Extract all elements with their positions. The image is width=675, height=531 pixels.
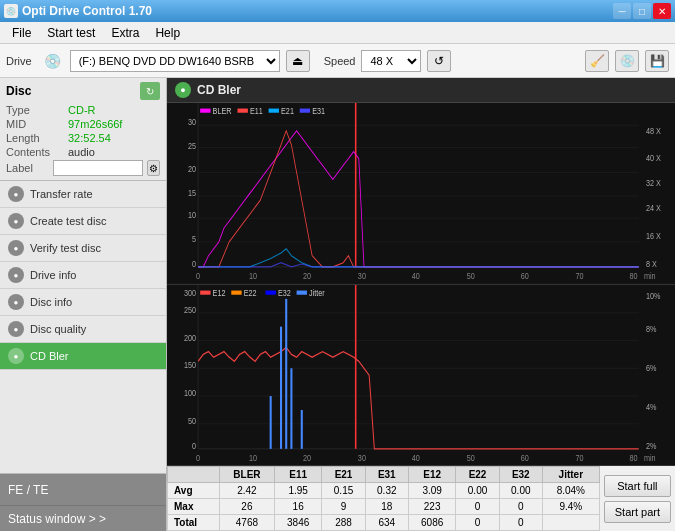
row-total-label: Total	[168, 515, 220, 531]
svg-text:250: 250	[184, 303, 196, 314]
menu-extra[interactable]: Extra	[103, 24, 147, 42]
save-button[interactable]: 💾	[645, 50, 669, 72]
label-gear-button[interactable]: ⚙	[147, 160, 160, 176]
menu-start-test[interactable]: Start test	[39, 24, 103, 42]
title-bar: 💿 Opti Drive Control 1.70 ─ □ ✕	[0, 0, 675, 22]
svg-text:10: 10	[249, 270, 257, 281]
svg-text:70: 70	[576, 452, 584, 463]
row-avg-e32: 0.00	[499, 483, 542, 499]
row-max-bler: 26	[219, 499, 274, 515]
start-full-button[interactable]: Start full	[604, 475, 671, 497]
close-button[interactable]: ✕	[653, 3, 671, 19]
chart-title-icon: ●	[175, 82, 191, 98]
disc-label-input[interactable]	[53, 160, 143, 176]
disc-refresh-button[interactable]: ↻	[140, 82, 160, 100]
row-max-e32: 0	[499, 499, 542, 515]
start-part-button[interactable]: Start part	[604, 501, 671, 523]
sidebar-item-disc-info[interactable]: ● Disc info	[0, 289, 166, 316]
col-header-e12: E12	[408, 467, 455, 483]
app-title: Opti Drive Control 1.70	[22, 4, 152, 18]
sidebar-item-drive-info[interactable]: ● Drive info	[0, 262, 166, 289]
fe-te-item[interactable]: FE / TE	[0, 473, 166, 505]
disc-label-row: Label ⚙	[6, 160, 160, 176]
action-buttons: Start full Start part	[600, 466, 675, 531]
row-total-e12: 6086	[408, 515, 455, 531]
row-avg-e12: 3.09	[408, 483, 455, 499]
svg-text:60: 60	[521, 452, 529, 463]
sidebar-item-disc-quality[interactable]: ● Disc quality	[0, 316, 166, 343]
row-max-jitter: 9.4%	[542, 499, 599, 515]
disc-contents-row: Contents audio	[6, 146, 160, 158]
svg-text:8%: 8%	[646, 323, 657, 334]
disc-header: Disc ↻	[6, 82, 160, 100]
table-row: Max 26 16 9 18 223 0 0 9.4%	[168, 499, 600, 515]
disc-length-value: 32:52.54	[68, 132, 111, 144]
status-window-item[interactable]: Status window > >	[0, 505, 166, 531]
svg-text:10: 10	[249, 452, 257, 463]
svg-text:40 X: 40 X	[646, 152, 661, 163]
bottom-chart: 0 50 100 150 200 250 300 2% 4% 6% 8% 10%…	[167, 285, 675, 467]
transfer-rate-icon: ●	[8, 186, 24, 202]
svg-text:40: 40	[412, 452, 420, 463]
refresh-button[interactable]: ↺	[427, 50, 451, 72]
svg-text:0: 0	[196, 270, 200, 281]
svg-text:80: 80	[629, 452, 637, 463]
svg-text:8 X: 8 X	[646, 258, 657, 269]
svg-text:32 X: 32 X	[646, 177, 661, 188]
svg-text:80: 80	[629, 270, 637, 281]
minimize-button[interactable]: ─	[613, 3, 631, 19]
disc-title: Disc	[6, 84, 31, 98]
bottom-chart-svg: 0 50 100 150 200 250 300 2% 4% 6% 8% 10%…	[167, 285, 675, 466]
top-chart-svg: 0 5 10 15 20 25 30 8 X 16 X 24 X 32 X 40…	[167, 103, 675, 284]
disc-button[interactable]: 💿	[615, 50, 639, 72]
drive-select[interactable]: (F:) BENQ DVD DD DW1640 BSRB	[70, 50, 280, 72]
speed-select[interactable]: 48 X	[361, 50, 421, 72]
content-area: ● CD Bler	[167, 78, 675, 531]
svg-text:200: 200	[184, 331, 196, 342]
svg-text:5: 5	[192, 233, 196, 244]
row-max-e22: 0	[456, 499, 499, 515]
drive-icon: 💿	[42, 50, 64, 72]
cd-bler-label: CD Bler	[30, 350, 69, 362]
row-avg-e11: 1.95	[274, 483, 321, 499]
sidebar-item-transfer-rate[interactable]: ● Transfer rate	[0, 181, 166, 208]
row-max-e12: 223	[408, 499, 455, 515]
row-total-jitter	[542, 515, 599, 531]
svg-rect-41	[167, 285, 675, 466]
row-max-e11: 16	[274, 499, 321, 515]
col-header-e11: E11	[274, 467, 321, 483]
disc-type-row: Type CD-R	[6, 104, 160, 116]
col-header-e22: E22	[456, 467, 499, 483]
disc-type-label: Type	[6, 104, 68, 116]
drive-label: Drive	[6, 55, 32, 67]
sidebar-item-create-test-disc[interactable]: ● Create test disc	[0, 208, 166, 235]
row-total-e21: 288	[322, 515, 365, 531]
menu-file[interactable]: File	[4, 24, 39, 42]
row-total-e22: 0	[456, 515, 499, 531]
main-layout: Disc ↻ Type CD-R MID 97m26s66f Length 32…	[0, 78, 675, 531]
row-avg-e21: 0.15	[322, 483, 365, 499]
verify-test-disc-label: Verify test disc	[30, 242, 101, 254]
sidebar-item-verify-test-disc[interactable]: ● Verify test disc	[0, 235, 166, 262]
bottom-section: BLER E11 E21 E31 E12 E22 E32 Jitter Avg	[167, 466, 675, 531]
svg-text:24 X: 24 X	[646, 202, 661, 213]
svg-text:150: 150	[184, 359, 196, 370]
chart-header: ● CD Bler	[167, 78, 675, 103]
disc-type-value: CD-R	[68, 104, 96, 116]
eject-button[interactable]: ⏏	[286, 50, 310, 72]
svg-text:20: 20	[188, 163, 196, 174]
sidebar-item-cd-bler[interactable]: ● CD Bler	[0, 343, 166, 370]
svg-text:6%: 6%	[646, 362, 657, 373]
disc-label-label: Label	[6, 162, 49, 174]
svg-text:60: 60	[521, 270, 529, 281]
svg-rect-33	[200, 109, 210, 113]
svg-text:0: 0	[196, 452, 200, 463]
transfer-rate-label: Transfer rate	[30, 188, 93, 200]
speed-label: Speed	[324, 55, 356, 67]
row-avg-e22: 0.00	[456, 483, 499, 499]
disc-mid-value: 97m26s66f	[68, 118, 122, 130]
eraser-button[interactable]: 🧹	[585, 50, 609, 72]
maximize-button[interactable]: □	[633, 3, 651, 19]
menu-help[interactable]: Help	[147, 24, 188, 42]
row-total-e31: 634	[365, 515, 408, 531]
